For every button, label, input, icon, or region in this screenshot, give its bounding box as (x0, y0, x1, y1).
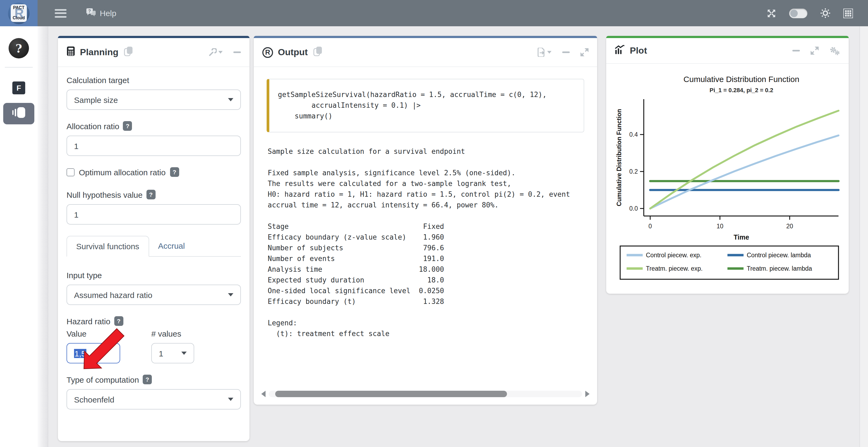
scroll-left-arrow[interactable] (261, 391, 266, 397)
output-body: getSampleSizeSurvival(hazardRatio = 1.5,… (254, 67, 597, 339)
sun-icon[interactable] (820, 8, 831, 18)
svg-text:Treatm. piecew. exp.: Treatm. piecew. exp. (646, 265, 703, 272)
sidebar-panel-icon (12, 107, 26, 121)
calculation-target-value: Sample size (74, 95, 118, 104)
output-title: Output (278, 47, 308, 58)
svg-text:0.4: 0.4 (629, 131, 638, 138)
svg-text:?: ? (88, 8, 91, 13)
chevron-down-icon (228, 293, 234, 297)
null-hypothesis-label: Null hypothesis value ? (66, 190, 241, 199)
chart-title: Cumulative Distribution Function (683, 75, 799, 83)
null-hypothesis-input[interactable]: 1 (66, 204, 241, 225)
type-of-computation-label: Type of computation ? (66, 375, 241, 384)
plot-title: Plot (630, 45, 647, 56)
r-logo-icon: R (262, 47, 273, 58)
r-code-block: getSampleSizeSurvival(hazardRatio = 1.5,… (267, 79, 584, 132)
input-type-label: Input type (66, 271, 241, 280)
app-root: R PACT Cloud ? Help (0, 0, 868, 447)
allocation-ratio-label: Allocation ratio ? (66, 121, 241, 131)
help-badge[interactable]: ? (123, 121, 132, 131)
help-button[interactable]: ? Help (86, 8, 116, 19)
copy-icon[interactable] (124, 46, 133, 59)
output-header: R Output (254, 36, 597, 67)
planning-title: Planning (80, 47, 119, 58)
num-values-select[interactable]: 1 (151, 343, 194, 364)
arrows-out-icon[interactable] (767, 8, 776, 18)
help-chat-icon: ? (86, 8, 96, 19)
window-scrollbar[interactable] (860, 26, 868, 447)
tab-survival-functions[interactable]: Survival functions (66, 236, 149, 257)
copy-icon[interactable] (313, 46, 322, 59)
collapse-button[interactable] (793, 50, 800, 51)
theme-toggle[interactable] (789, 8, 807, 18)
legend-box (620, 246, 838, 279)
topbar-actions (767, 8, 868, 18)
question-avatar[interactable]: ? (8, 38, 29, 59)
collapse-button[interactable] (562, 51, 570, 53)
type-of-computation-select[interactable]: Schoenfeld (66, 389, 241, 410)
wrench-icon (209, 48, 217, 56)
plot-panel: Plot Cumulative Distribution Function Pi… (606, 36, 849, 294)
cdf-chart: Cumulative Distribution Function Pi_1 = … (613, 68, 842, 285)
help-badge[interactable]: ? (143, 375, 152, 384)
logo-text-bottom: Cloud (11, 15, 26, 21)
y-axis-label: Cumulative Distribution Function (616, 109, 623, 206)
calculator-icon (66, 46, 75, 59)
tools-dropdown-button[interactable] (209, 48, 223, 56)
chevron-down-icon (228, 398, 234, 401)
scrollbar-thumb[interactable] (275, 391, 507, 397)
scroll-right-arrow[interactable] (585, 391, 590, 397)
help-label: Help (100, 8, 116, 18)
num-values-label: # values (151, 329, 194, 338)
input-type-select[interactable]: Assumed hazard ratio (66, 285, 241, 305)
hazard-ratio-label: Hazard ratio ? (66, 316, 241, 326)
output-panel: R Output getSampleSizeSurvival(hazardRat… (254, 36, 597, 405)
chevron-down-icon (218, 51, 223, 54)
series-control-piecew-exp- (650, 135, 838, 208)
scrollbar-track[interactable] (269, 391, 582, 397)
expand-button[interactable] (811, 47, 819, 55)
planning-header: Planning (58, 36, 249, 67)
chart-subtitle: Pi_1 = 0.284, pi_2 = 0.2 (710, 87, 773, 94)
svg-text:0.2: 0.2 (629, 168, 638, 175)
sidebar-divider (5, 67, 33, 68)
sidebar-item-f-logo[interactable]: F (12, 81, 25, 94)
svg-text:Control piecew. lambda: Control piecew. lambda (747, 252, 811, 259)
input-type-value: Assumed hazard ratio (74, 290, 152, 299)
allocation-ratio-input[interactable]: 1 (66, 136, 241, 156)
help-badge[interactable]: ? (147, 190, 156, 199)
planning-tabs: Survival functions Accrual (66, 236, 241, 257)
sidebar-item-active[interactable] (3, 103, 34, 124)
planning-panel: Planning Calculation target Sample size … (58, 36, 249, 441)
left-sidebar: ? F (0, 26, 37, 447)
x-axis-label: Time (734, 233, 749, 241)
export-dropdown-button[interactable] (537, 48, 552, 57)
tab-accrual[interactable]: Accrual (149, 236, 194, 256)
collapse-button[interactable] (234, 51, 241, 53)
svg-text:20: 20 (786, 223, 793, 230)
vertical-scrollbar[interactable] (37, 26, 48, 447)
plot-header: Plot (606, 36, 849, 64)
svg-text:0: 0 (649, 223, 652, 230)
optimum-allocation-checkbox[interactable] (66, 168, 74, 176)
series-treatm-piecew-exp- (650, 111, 838, 208)
grid-icon[interactable] (843, 8, 853, 18)
svg-text:10: 10 (716, 223, 723, 230)
chevron-down-icon (547, 51, 552, 54)
horizontal-scrollbar (261, 390, 590, 398)
chart-icon (615, 45, 625, 56)
help-badge[interactable]: ? (114, 316, 123, 326)
calculation-target-select[interactable]: Sample size (66, 90, 241, 110)
help-badge[interactable]: ? (170, 167, 179, 177)
settings-gears-icon[interactable] (829, 46, 840, 56)
svg-text:0.0: 0.0 (629, 205, 638, 212)
chart-series (650, 111, 838, 208)
logo-text-top: PACT (11, 5, 26, 11)
chevron-down-icon (228, 98, 234, 101)
result-text: Sample size calculation for a survival e… (268, 146, 572, 339)
optimum-allocation-label: Optimum allocation ratio (79, 168, 165, 177)
app-logo[interactable]: R PACT Cloud (0, 0, 37, 26)
optimum-allocation-row: Optimum allocation ratio ? (66, 167, 241, 177)
expand-button[interactable] (581, 48, 589, 56)
menu-hamburger-icon[interactable] (55, 9, 66, 18)
